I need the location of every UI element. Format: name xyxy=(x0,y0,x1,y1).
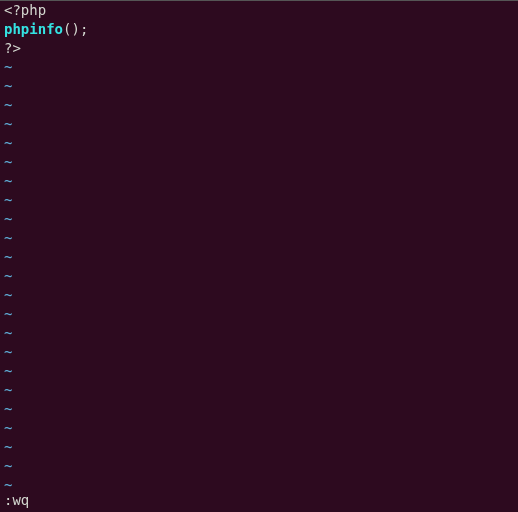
vim-editor[interactable]: <?php phpinfo(); ?> ~~~~~~~~~~~~~~~~~~~~… xyxy=(0,1,518,512)
empty-line-tilde: ~ xyxy=(4,381,514,400)
php-close-tag: ?> xyxy=(4,40,21,56)
empty-line-tilde: ~ xyxy=(4,305,514,324)
empty-line-tilde: ~ xyxy=(4,115,514,134)
empty-line-tilde: ~ xyxy=(4,419,514,438)
empty-line-tilde: ~ xyxy=(4,324,514,343)
empty-line-tilde: ~ xyxy=(4,96,514,115)
empty-line-tilde: ~ xyxy=(4,267,514,286)
code-line-1: <?php xyxy=(4,1,514,20)
empty-line-tilde: ~ xyxy=(4,438,514,457)
code-buffer[interactable]: <?php phpinfo(); ?> xyxy=(4,1,514,58)
empty-line-tilde: ~ xyxy=(4,229,514,248)
empty-line-tilde: ~ xyxy=(4,400,514,419)
empty-line-tilde: ~ xyxy=(4,362,514,381)
empty-line-tilde: ~ xyxy=(4,248,514,267)
command-line[interactable]: :wq xyxy=(4,491,29,510)
empty-line-tilde: ~ xyxy=(4,343,514,362)
code-line-3: ?> xyxy=(4,39,514,58)
empty-line-tilde: ~ xyxy=(4,210,514,229)
php-open-tag: <?php xyxy=(4,2,46,18)
parentheses: () xyxy=(63,21,80,37)
function-call: phpinfo xyxy=(4,21,63,37)
empty-line-tilde: ~ xyxy=(4,457,514,476)
empty-line-tilde: ~ xyxy=(4,191,514,210)
empty-lines-region: ~~~~~~~~~~~~~~~~~~~~~~~ xyxy=(4,58,514,512)
empty-line-tilde: ~ xyxy=(4,77,514,96)
empty-line-tilde: ~ xyxy=(4,172,514,191)
empty-line-tilde: ~ xyxy=(4,134,514,153)
empty-line-tilde: ~ xyxy=(4,476,514,495)
empty-line-tilde: ~ xyxy=(4,153,514,172)
empty-line-tilde: ~ xyxy=(4,58,514,77)
code-line-2: phpinfo(); xyxy=(4,20,514,39)
empty-line-tilde: ~ xyxy=(4,286,514,305)
semicolon: ; xyxy=(80,21,88,37)
